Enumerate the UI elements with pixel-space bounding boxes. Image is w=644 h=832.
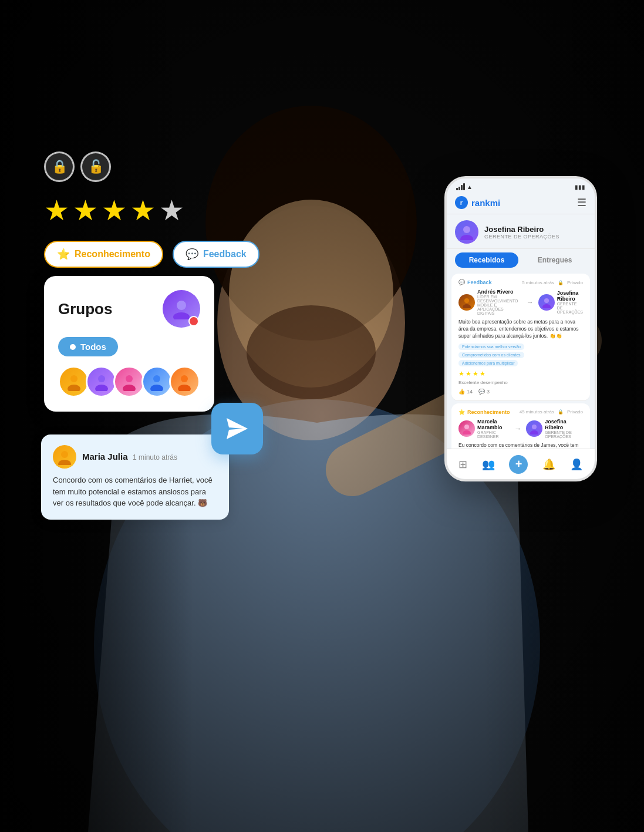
svg-point-28 bbox=[544, 298, 549, 303]
feed-people-1: Andrés Rivero Líder em Desenvolvimento M… bbox=[458, 289, 583, 315]
comment-time: 1 minuto atrás bbox=[133, 453, 177, 462]
comment-author-info: Maria Julia 1 minuto atrás bbox=[82, 452, 177, 462]
phone-profile: Josefina Ribeiro Gerente de Operações bbox=[447, 214, 595, 249]
rankmi-logo-icon: r bbox=[455, 196, 468, 209]
svg-point-10 bbox=[177, 301, 186, 310]
feed-type-reconhecimento: ⭐ Reconhecimento bbox=[458, 409, 510, 415]
avatar-3 bbox=[113, 366, 144, 398]
unlocked-icon: 🔓 bbox=[80, 151, 111, 182]
reconhecimento-button[interactable]: ⭐ Reconhecimento bbox=[44, 241, 163, 268]
feed-receiver-name-1: Josefina Ribeiro bbox=[557, 290, 583, 302]
star-5: ★ bbox=[159, 194, 184, 227]
feed-sender-role-1: Líder em Desenvolvimento Mobile e Aplica… bbox=[477, 295, 522, 315]
comment-author-name: Maria Julia bbox=[82, 452, 128, 462]
comment-avatar bbox=[53, 445, 76, 469]
feed-sender-role-2: Graphic Designer bbox=[477, 430, 510, 439]
nav-home[interactable]: ⊞ bbox=[458, 458, 467, 471]
hamburger-menu-icon[interactable]: ☰ bbox=[577, 196, 586, 209]
nav-people[interactable]: 👥 bbox=[482, 458, 495, 471]
feed-tags-1: Potenciamos sua melhor versão Comprometi… bbox=[458, 343, 583, 366]
feed-sender-info-1: Andrés Rivero Líder em Desenvolvimento M… bbox=[477, 289, 522, 315]
comment-header: Maria Julia 1 minuto atrás bbox=[53, 445, 217, 469]
feed-star-label-1: Excelente desempenho bbox=[458, 380, 583, 385]
svg-point-27 bbox=[463, 304, 471, 308]
phone-status-bar: ▲ ▮▮▮ bbox=[447, 178, 595, 193]
phone-mockup: ▲ ▮▮▮ r rankmi ☰ Josefina Ribeiro Gerent… bbox=[444, 176, 597, 481]
star-rating: ★ ★ ★ ★ ★ bbox=[44, 194, 184, 227]
grupos-avatar bbox=[163, 290, 200, 328]
feed-item-1: 💬 Feedback 5 minutos atrás 🔒 Privado And… bbox=[451, 274, 590, 401]
thumbs-up-icon: 👍 bbox=[458, 389, 465, 395]
todos-label: Todos bbox=[80, 342, 106, 352]
feed-privacy-1: 🔒 bbox=[558, 280, 564, 285]
svg-point-26 bbox=[464, 298, 469, 303]
feed-privacy-label-1: Privado bbox=[567, 280, 583, 285]
lock-icons-container: 🔒 🔓 bbox=[44, 151, 111, 182]
grupos-header: Grupos bbox=[58, 290, 200, 328]
reconhecimento-label: Reconhecimento bbox=[75, 249, 150, 260]
svg-point-24 bbox=[463, 226, 470, 233]
feed-tag-1-2: Comprometidos com os clientes bbox=[458, 352, 524, 358]
tab-recebidos[interactable]: Recebidos bbox=[455, 252, 518, 268]
feed-sender-name-2: Marcela Marambio bbox=[477, 419, 510, 430]
tab-entregues[interactable]: Entregues bbox=[523, 252, 586, 268]
grupos-title: Grupos bbox=[58, 300, 112, 318]
feed-item-1-header: 💬 Feedback 5 minutos atrás 🔒 Privado bbox=[458, 279, 583, 285]
send-button[interactable] bbox=[211, 403, 263, 454]
feed-time-2: 45 minutos atrás bbox=[520, 409, 554, 415]
svg-point-33 bbox=[530, 430, 538, 434]
svg-point-23 bbox=[58, 460, 71, 465]
feed-item-2-header: ⭐ Reconhecimento 45 minutos atrás 🔒 Priv… bbox=[458, 409, 583, 415]
profile-info: Josefina Ribeiro Gerente de Operações bbox=[484, 225, 559, 240]
feed-type-label-2: Reconhecimento bbox=[467, 409, 510, 415]
avatar-4 bbox=[141, 366, 173, 398]
avatar-1 bbox=[58, 366, 89, 398]
app-name: rankmi bbox=[471, 198, 500, 208]
feed-item-2: ⭐ Reconhecimento 45 minutos atrás 🔒 Priv… bbox=[451, 403, 590, 454]
svg-point-15 bbox=[95, 385, 108, 391]
feedback-label: Feedback bbox=[203, 249, 247, 260]
feedback-icon: 💬 bbox=[186, 248, 198, 261]
comments-count-1: 3 bbox=[487, 389, 490, 395]
todos-dot bbox=[70, 344, 76, 350]
nav-notifications[interactable]: 🔔 bbox=[542, 458, 555, 471]
svg-point-17 bbox=[123, 385, 136, 391]
todos-button[interactable]: Todos bbox=[58, 337, 118, 356]
signal-bar-3 bbox=[461, 185, 463, 190]
nav-profile[interactable]: 👤 bbox=[570, 458, 583, 471]
feed-privacy-label-2: Privado bbox=[567, 409, 583, 415]
comment-card: Maria Julia 1 minuto atrás Concordo com … bbox=[41, 434, 229, 520]
nav-add[interactable]: + bbox=[509, 455, 528, 474]
svg-point-21 bbox=[178, 385, 191, 391]
profile-avatar bbox=[455, 220, 478, 244]
rankmi-logo: r rankmi bbox=[455, 196, 500, 209]
phone-bottom-nav: ⊞ 👥 + 🔔 👤 bbox=[447, 449, 595, 479]
feed-type-label-1: Feedback bbox=[467, 279, 492, 285]
feed-star-1-2: ★ bbox=[466, 370, 471, 378]
feed-privacy-2: 🔒 bbox=[558, 409, 564, 415]
feed-comments-1[interactable]: 💬 3 bbox=[478, 389, 490, 395]
feed-tag-1-1: Potenciamos sua melhor versão bbox=[458, 343, 524, 350]
avatar-row bbox=[58, 366, 200, 398]
svg-point-14 bbox=[98, 375, 105, 382]
signal-area: ▲ bbox=[456, 183, 473, 190]
feed-receiver-avatar-2 bbox=[526, 420, 542, 437]
svg-point-16 bbox=[126, 375, 133, 382]
action-buttons: ⭐ Reconhecimento 💬 Feedback bbox=[44, 241, 259, 268]
feed-sender-avatar-2 bbox=[458, 420, 475, 437]
feed-likes-1[interactable]: 👍 14 bbox=[458, 389, 473, 395]
feed-tag-1-3: Adicionemos para multiplicar bbox=[458, 360, 518, 366]
feed-receiver-info-2: Josefina Ribeiro Gerente de Operações bbox=[545, 419, 583, 439]
wifi-icon: ▲ bbox=[467, 184, 473, 190]
feedback-button[interactable]: 💬 Feedback bbox=[173, 241, 259, 268]
svg-point-29 bbox=[542, 304, 551, 308]
feed-star-1-3: ★ bbox=[473, 370, 478, 378]
svg-point-30 bbox=[464, 425, 469, 429]
feed-reactions-1: 👍 14 💬 3 bbox=[458, 389, 583, 395]
svg-point-31 bbox=[463, 430, 471, 434]
signal-bar-2 bbox=[458, 187, 460, 190]
svg-point-11 bbox=[173, 312, 190, 319]
grupos-card: Grupos Todos bbox=[44, 276, 214, 412]
feed-sender-name-1: Andrés Rivero bbox=[477, 289, 522, 295]
feed-people-2: Marcela Marambio Graphic Designer → Jose… bbox=[458, 419, 583, 439]
